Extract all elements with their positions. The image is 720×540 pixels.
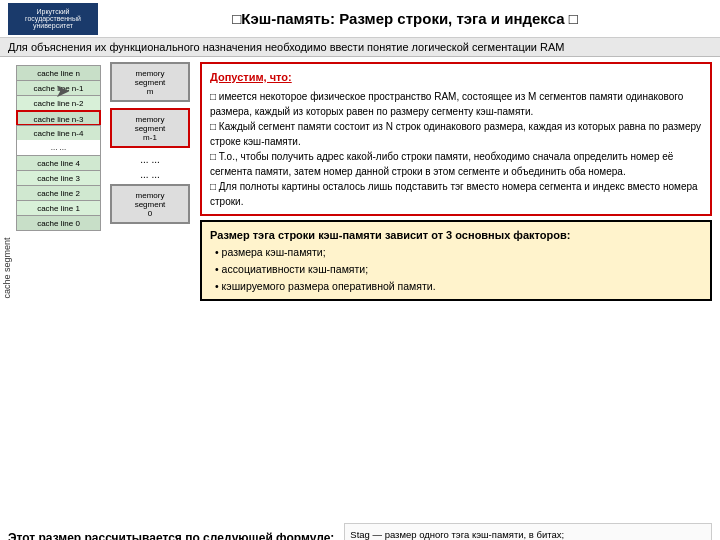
subtitle-text: Для объяснения их функционального назнач… xyxy=(8,41,565,53)
dopustim-box: Допустим, что: имеется некоторое физичес… xyxy=(200,62,712,216)
cache-line-item: cache line 3 xyxy=(16,170,101,186)
formula-intro-text: Этот размер рассчитывается по следующей … xyxy=(8,531,334,540)
cache-line-item: cache line 2 xyxy=(16,185,101,201)
subtitle-bar: Для объяснения их функционального назнач… xyxy=(0,38,720,57)
cache-line-item: cache line n-3 xyxy=(16,110,101,126)
dopustim-item-3: Т.о., чтобы получить адрес какой-либо ст… xyxy=(210,149,702,179)
cache-line-dots: ... ... xyxy=(16,140,101,156)
left-panel: cache segment cache line n cache line n-… xyxy=(0,57,195,519)
memory-seg-top: memorysegmentm xyxy=(110,62,190,102)
right-panel: Допустим, что: имеется некоторое физичес… xyxy=(195,57,720,519)
formula-area: Этот размер рассчитывается по следующей … xyxy=(0,519,720,540)
formula-description: Stag — размер одного тэга кэш-памяти, в … xyxy=(344,523,712,540)
dopustim-item-1: имеется некоторое физическое пространств… xyxy=(210,89,702,119)
university-logo: Иркутский государственный университет xyxy=(8,3,98,35)
page-title: □Кэш-память: Размер строки, тэга и индек… xyxy=(98,10,712,27)
memory-seg-0: memorysegment0 xyxy=(110,184,190,224)
cache-line-item: cache line 4 xyxy=(16,155,101,171)
razmer-item-1: размера кэш-памяти; xyxy=(215,244,702,261)
razmer-item-3: кэшируемого размера оперативной памяти. xyxy=(215,278,702,295)
dopustim-title: Допустим, что: xyxy=(210,69,702,86)
razmer-item-2: ассоциативности кэш-памяти; xyxy=(215,261,702,278)
main-content: cache segment cache line n cache line n-… xyxy=(0,57,720,519)
cache-line-item: cache line 0 xyxy=(16,215,101,231)
razmer-box: Размер тэга строки кэш-памяти зависит от… xyxy=(200,220,712,302)
memory-segments-container: ➤ memorysegmentm memorysegmentm-1 ... ..… xyxy=(110,62,190,230)
cache-segment-label: cache segment xyxy=(2,237,12,298)
formula-desc-item-1: Stag — размер одного тэга кэш-памяти, в … xyxy=(350,527,706,540)
memory-seg-m1: memorysegmentm-1 xyxy=(110,108,190,148)
memory-seg-dots2: ... ... xyxy=(110,169,190,180)
cache-line-item: cache line n xyxy=(16,65,101,81)
memory-seg-dots1: ... ... xyxy=(110,154,190,165)
page-header: Иркутский государственный университет □К… xyxy=(0,0,720,38)
cache-line-item: cache line 1 xyxy=(16,200,101,216)
dopustim-item-2: Каждый сегмент памяти состоит из N строк… xyxy=(210,119,702,149)
dopustim-item-4: Для полноты картины осталось лишь подста… xyxy=(210,179,702,209)
razmer-title: Размер тэга строки кэш-памяти зависит от… xyxy=(210,227,702,245)
cache-line-item: cache line n-4 xyxy=(16,125,101,141)
